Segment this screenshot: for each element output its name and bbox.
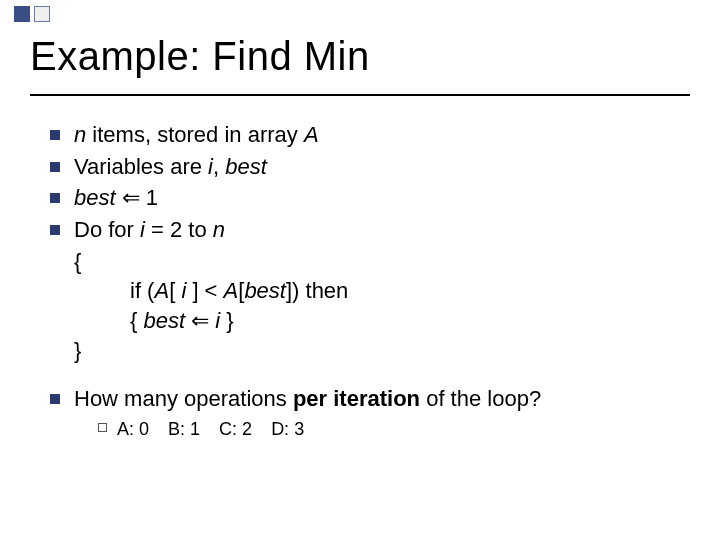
text: , [213, 154, 225, 179]
bullet-icon [50, 130, 60, 140]
slide: Example: Find Min n items, stored in arr… [0, 0, 720, 540]
text: Variables are [74, 154, 208, 179]
text: How many operations [74, 386, 293, 411]
text: Do for [74, 217, 140, 242]
choice-a: A: 0 [117, 417, 149, 441]
bullet-item: Variables are i, best [50, 152, 680, 182]
var-best: best [225, 154, 267, 179]
var-best: best [74, 185, 116, 210]
bullet-item: Do for i = 2 to n [50, 215, 680, 245]
spacer [50, 366, 680, 384]
text: if ( [130, 278, 154, 303]
bullet-text: n items, stored in array A [74, 120, 680, 150]
choice-b: B: 1 [168, 417, 200, 441]
bullet-text: best ⇐ 1 [74, 183, 680, 213]
code-line-if: if (A[ i ] < A[best]) then [50, 276, 680, 306]
bullet-item: best ⇐ 1 [50, 183, 680, 213]
code-line-assign: { best ⇐ i } [50, 306, 680, 336]
answer-choices: A: 0 B: 1 C: 2 D: 3 [98, 417, 680, 441]
assign-arrow-icon: ⇐ [185, 308, 215, 333]
text: [ [169, 278, 181, 303]
slide-content: n items, stored in array A Variables are… [50, 120, 680, 443]
bullet-icon [50, 162, 60, 172]
literal: 1 [146, 185, 158, 210]
bullet-icon [50, 193, 60, 203]
choice-c: C: 2 [219, 417, 252, 441]
assign-arrow-icon: ⇐ [116, 185, 146, 210]
text: { [130, 308, 143, 333]
var-best: best [143, 308, 185, 333]
text: of the loop? [420, 386, 541, 411]
bullet-text: Do for i = 2 to n [74, 215, 680, 245]
text: } [220, 308, 233, 333]
question-text: How many operations per iteration of the… [74, 384, 680, 442]
var-n: n [74, 122, 86, 147]
var-a: A [224, 278, 239, 303]
slide-title: Example: Find Min [30, 34, 370, 79]
text: ]) then [286, 278, 348, 303]
bullet-text: Variables are i, best [74, 152, 680, 182]
bullet-icon [50, 225, 60, 235]
corner-accent [14, 6, 50, 22]
text: items, stored in array [86, 122, 304, 147]
var-best: best [244, 278, 286, 303]
choice-d: D: 3 [271, 417, 304, 441]
var-a: A [154, 278, 169, 303]
accent-square-outline [34, 6, 50, 22]
bullet-item: n items, stored in array A [50, 120, 680, 150]
bullet-icon [50, 394, 60, 404]
accent-square-filled [14, 6, 30, 22]
text: = 2 to [145, 217, 213, 242]
bullet-item-question: How many operations per iteration of the… [50, 384, 680, 442]
code-block-close: } [50, 336, 680, 366]
var-a: A [304, 122, 319, 147]
choices-text: A: 0 B: 1 C: 2 D: 3 [117, 417, 308, 441]
emphasis: per iteration [293, 386, 420, 411]
var-n: n [213, 217, 225, 242]
code-block-open: { [50, 247, 680, 277]
text: ] < [186, 278, 223, 303]
title-underline [30, 94, 690, 96]
sub-bullet-icon [98, 423, 107, 432]
